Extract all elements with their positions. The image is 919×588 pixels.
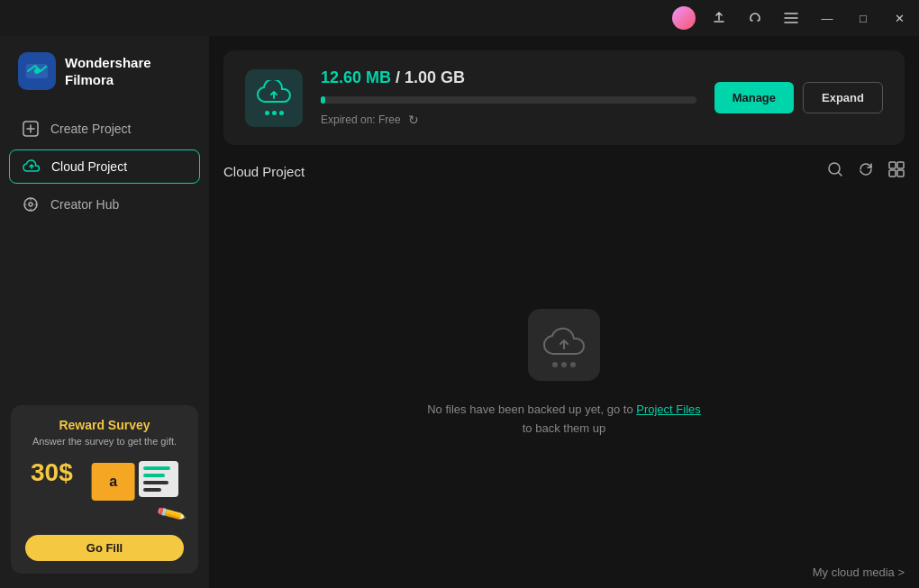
- creator-hub-label: Creator Hub: [50, 197, 119, 212]
- upload-icon[interactable]: [706, 5, 732, 31]
- grid-view-icon[interactable]: [888, 161, 905, 182]
- section-header: Cloud Project: [209, 156, 919, 191]
- reward-title: Reward Survey: [11, 405, 198, 436]
- cloud-project-label: Cloud Project: [51, 159, 127, 174]
- reward-subtitle: Answer the survey to get the gift.: [11, 436, 198, 454]
- svg-point-1: [34, 68, 40, 74]
- svg-rect-6: [889, 162, 896, 168]
- headset-icon[interactable]: [742, 5, 768, 31]
- storage-separator: /: [396, 68, 405, 86]
- sidebar-item-create-project[interactable]: Create Project: [9, 112, 200, 146]
- storage-progress-bg: [321, 96, 696, 104]
- go-fill-button[interactable]: Go Fill: [25, 535, 184, 561]
- content-footer: My cloud media >: [209, 556, 919, 588]
- main-content: 12.60 MB / 1.00 GB Expired on: Free ↻ Ma…: [209, 36, 919, 588]
- pencil-icon: ✏️: [155, 498, 187, 526]
- nav-items: Create Project Cloud Project: [0, 112, 209, 222]
- empty-cloud-icon: [528, 309, 600, 381]
- empty-state: No files have been backed up yet, go to …: [209, 191, 919, 556]
- minimize-button[interactable]: —: [814, 5, 840, 31]
- svg-rect-8: [889, 170, 896, 176]
- expired-label: Expired on: Free: [321, 113, 401, 126]
- storage-card: 12.60 MB / 1.00 GB Expired on: Free ↻ Ma…: [223, 50, 905, 145]
- storage-label: Expired on: Free ↻: [321, 113, 696, 127]
- sidebar-item-creator-hub[interactable]: Creator Hub: [9, 187, 200, 222]
- titlebar: — □ ✕: [0, 0, 919, 36]
- logo-area: Wondershare Filmora: [0, 36, 209, 112]
- maximize-button[interactable]: □: [851, 5, 876, 31]
- menu-icon[interactable]: [778, 5, 804, 31]
- storage-total: 1.00 GB: [405, 68, 465, 86]
- create-project-label: Create Project: [50, 122, 131, 136]
- reward-dollar-label: 30$: [31, 458, 73, 487]
- create-project-icon: [22, 121, 40, 137]
- reward-image-area: 30$ a ✏️: [11, 454, 198, 526]
- empty-text: No files have been backed up yet, go to …: [427, 401, 701, 439]
- amazon-box: a: [92, 463, 135, 501]
- empty-message-before: No files have been backed up yet, go to: [427, 403, 636, 416]
- empty-message-after: to back them up: [523, 421, 606, 435]
- svg-point-4: [29, 203, 32, 206]
- sidebar-item-cloud-project[interactable]: Cloud Project: [9, 149, 200, 184]
- cloud-project-icon: [23, 159, 41, 174]
- close-button[interactable]: ✕: [887, 5, 912, 31]
- reward-card: Reward Survey Answer the survey to get t…: [11, 405, 198, 574]
- app-logo: [18, 52, 56, 90]
- cloud-dots: [265, 111, 284, 115]
- cloud-storage-icon: [245, 69, 303, 127]
- storage-progress-fill: [321, 96, 325, 104]
- cloud-media-link[interactable]: My cloud media >: [813, 565, 905, 579]
- storage-info: 12.60 MB / 1.00 GB Expired on: Free ↻: [321, 68, 696, 127]
- storage-size: 12.60 MB / 1.00 GB: [321, 68, 696, 87]
- svg-rect-9: [897, 170, 904, 176]
- checklist-image: [139, 461, 178, 497]
- manage-button[interactable]: Manage: [714, 82, 794, 113]
- svg-rect-7: [897, 162, 904, 168]
- svg-point-5: [829, 163, 840, 174]
- project-files-link[interactable]: Project Files: [636, 403, 701, 416]
- creator-hub-icon: [22, 196, 40, 213]
- titlebar-icons: — □ ✕: [672, 5, 912, 31]
- storage-used: 12.60 MB: [321, 68, 391, 86]
- sidebar: Wondershare Filmora Create Project: [0, 36, 209, 588]
- refresh-icon[interactable]: ↻: [408, 113, 419, 127]
- storage-actions: Manage Expand: [714, 82, 883, 113]
- section-tools: [827, 161, 905, 182]
- search-icon[interactable]: [827, 161, 843, 182]
- empty-cloud-dots: [552, 362, 576, 367]
- app-name: Wondershare Filmora: [65, 54, 151, 89]
- expand-button[interactable]: Expand: [803, 82, 883, 113]
- main-layout: Wondershare Filmora Create Project: [0, 36, 919, 588]
- refresh-section-icon[interactable]: [858, 161, 874, 182]
- user-avatar-icon[interactable]: [672, 6, 696, 30]
- section-title: Cloud Project: [223, 164, 305, 179]
